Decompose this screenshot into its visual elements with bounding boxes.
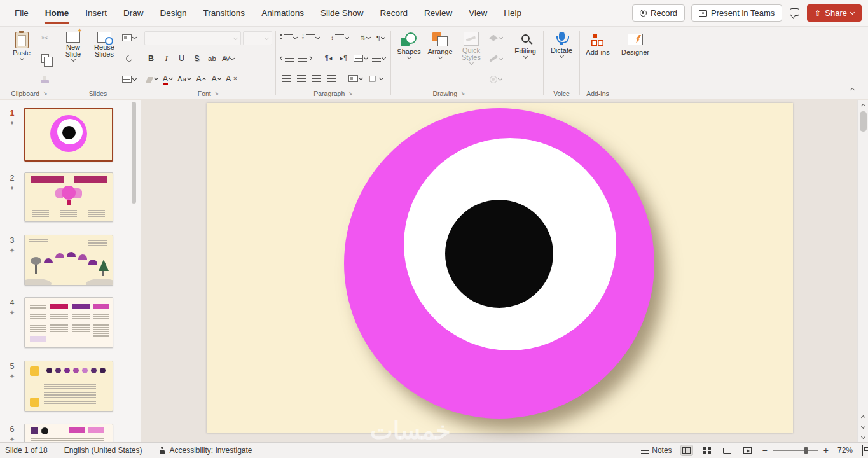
justify-button[interactable] [325, 72, 338, 85]
shape-fill-button[interactable] [488, 31, 504, 45]
record-button[interactable]: Record [632, 4, 685, 22]
slide-layout-button[interactable] [121, 31, 137, 45]
zoom-in-button[interactable]: + [823, 446, 829, 455]
slide-2-thumbnail[interactable] [24, 172, 113, 222]
slide-6-thumbnail[interactable] [24, 424, 113, 442]
scroll-down-button[interactable] [862, 432, 865, 442]
tab-file[interactable]: File [6, 0, 37, 26]
arrange-button[interactable]: Arrange [425, 29, 455, 88]
bullets-button[interactable] [279, 31, 298, 45]
tab-home[interactable]: Home [37, 0, 78, 26]
slide-sorter-view-button[interactable] [701, 445, 713, 455]
change-case-button[interactable]: Aa [176, 72, 192, 85]
ltr-text-button[interactable]: ¶◂ [322, 52, 335, 65]
tab-transitions[interactable]: Transitions [195, 0, 254, 26]
tab-animations[interactable]: Animations [253, 0, 312, 26]
black-circle-shape[interactable] [445, 200, 553, 308]
format-painter-button[interactable] [38, 73, 52, 86]
shape-outline-button[interactable] [488, 52, 504, 66]
tab-view[interactable]: View [460, 0, 495, 26]
align-text-button[interactable]: ⇅ [359, 31, 372, 45]
clear-formatting-button[interactable]: A✕ [224, 72, 238, 85]
normal-view-button[interactable] [681, 445, 692, 455]
section-button[interactable] [121, 73, 137, 86]
shrink-font-button[interactable]: A [209, 72, 223, 85]
editing-button[interactable]: Editing [511, 29, 540, 88]
grow-font-button[interactable]: A [194, 72, 207, 85]
underline-button[interactable]: U [175, 52, 188, 66]
clipboard-dialog-launcher-icon[interactable]: ↘ [43, 90, 48, 96]
font-color-button[interactable]: A [161, 72, 174, 85]
increase-indent-button[interactable] [297, 52, 313, 65]
reuse-slides-button[interactable]: Reuse Slides [90, 29, 119, 88]
quick-styles-button[interactable]: Quick Styles [457, 29, 486, 88]
shrink-text-overflow-button[interactable] [371, 52, 387, 65]
zoom-slider-thumb[interactable] [804, 447, 808, 454]
notes-button[interactable]: Notes [641, 446, 672, 455]
font-size-combobox[interactable] [243, 31, 272, 45]
tab-draw[interactable]: Draw [115, 0, 152, 26]
scroll-up-button[interactable] [858, 100, 868, 110]
present-in-teams-button[interactable]: Present in Teams [691, 4, 782, 22]
align-center-button[interactable] [294, 72, 308, 85]
collapse-ribbon-button[interactable] [845, 83, 859, 95]
copy-button[interactable] [38, 52, 52, 66]
slideshow-button[interactable] [742, 445, 754, 455]
italic-button[interactable]: I [160, 52, 173, 66]
numbering-button[interactable] [300, 31, 320, 45]
fit-to-window-button[interactable] [862, 446, 863, 455]
new-slide-button[interactable]: New Slide [59, 29, 88, 88]
slide-3-thumbnail[interactable] [24, 235, 113, 286]
previous-slide-button[interactable] [862, 412, 865, 422]
share-button[interactable]: ⇧ Share [807, 4, 862, 22]
align-left-button[interactable] [279, 72, 293, 85]
convert-to-smartart-button[interactable] [366, 72, 384, 85]
cut-button[interactable]: ✂ [38, 31, 52, 45]
text-shadow-button[interactable]: S [190, 52, 203, 66]
reading-view-button[interactable] [722, 445, 733, 455]
font-dialog-launcher-icon[interactable]: ↘ [214, 90, 219, 96]
shape-effects-button[interactable] [488, 73, 504, 86]
font-name-combobox[interactable] [144, 31, 241, 45]
language-indicator[interactable]: English (United States) [64, 446, 142, 455]
tab-insert[interactable]: Insert [77, 0, 115, 26]
strikethrough-button[interactable]: ab [205, 52, 219, 66]
tab-record[interactable]: Record [371, 0, 416, 26]
accessibility-checker[interactable]: Accessibility: Investigate [158, 446, 252, 455]
slide-indicator[interactable]: Slide 1 of 18 [5, 446, 48, 455]
line-spacing-button[interactable]: ↕ [329, 31, 350, 45]
character-spacing-button[interactable]: AV [221, 52, 235, 66]
bold-button[interactable]: B [144, 52, 158, 66]
slide-4-thumbnail[interactable] [24, 297, 113, 348]
comments-button[interactable] [790, 8, 799, 18]
paste-button[interactable]: Paste [7, 29, 36, 88]
tab-help[interactable]: Help [495, 0, 530, 26]
zoom-out-button[interactable]: − [762, 446, 768, 455]
text-highlight-button[interactable] [144, 72, 159, 85]
paragraph-dialog-launcher-icon[interactable]: ↘ [348, 90, 353, 96]
slide-1-thumbnail[interactable] [24, 108, 113, 162]
columns-button[interactable] [352, 52, 369, 65]
align-right-button[interactable] [310, 72, 323, 85]
tab-design[interactable]: Design [152, 0, 195, 26]
dictate-button[interactable]: Dictate [547, 29, 576, 88]
reset-slide-button[interactable] [121, 52, 137, 66]
designer-button[interactable]: Designer [619, 29, 651, 88]
next-slide-button[interactable] [862, 422, 865, 432]
thumbnail-scrollbar[interactable] [132, 102, 136, 204]
add-ins-button[interactable]: Add-ins [583, 29, 612, 88]
text-direction-button[interactable]: ¶ [374, 31, 387, 45]
distribute-columns-button[interactable] [347, 72, 364, 85]
rtl-text-button[interactable]: ▸¶ [337, 52, 350, 65]
slide-5-thumbnail[interactable] [24, 361, 113, 412]
scrollbar-track[interactable] [858, 110, 868, 412]
shapes-button[interactable]: Shapes [394, 29, 424, 88]
decrease-indent-button[interactable] [279, 52, 295, 65]
scrollbar-thumb[interactable] [860, 111, 867, 132]
zoom-level[interactable]: 72% [837, 446, 853, 455]
zoom-slider[interactable] [773, 450, 818, 451]
drawing-dialog-launcher-icon[interactable]: ↘ [460, 90, 465, 96]
slide-canvas[interactable] [207, 103, 793, 433]
tab-slide-show[interactable]: Slide Show [312, 0, 372, 26]
tab-review[interactable]: Review [416, 0, 460, 26]
